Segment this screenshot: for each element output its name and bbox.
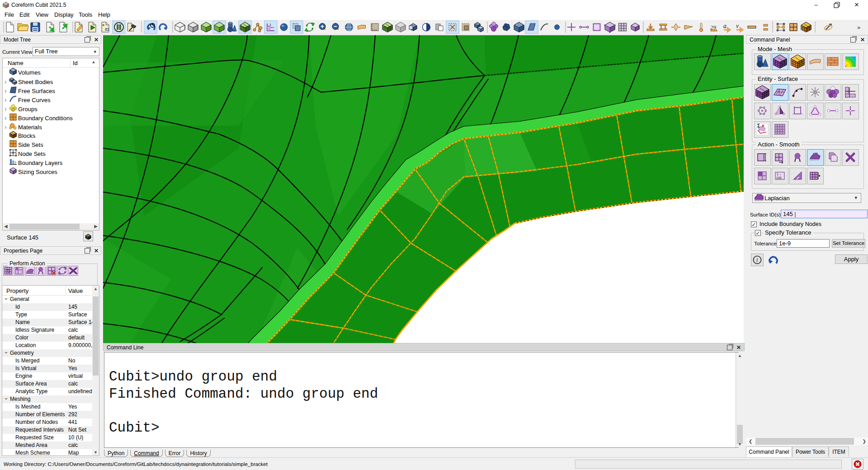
svg-text:Σ: Σ	[757, 123, 760, 128]
svg-text:v: v	[736, 23, 739, 29]
svg-text:a: a	[723, 23, 726, 29]
svg-text:i: i	[756, 257, 758, 263]
svg-text:1→: 1→	[777, 173, 782, 176]
svg-text:100: 100	[776, 176, 782, 179]
svg-text:ID: ID	[105, 27, 109, 32]
svg-text:»: »	[857, 24, 860, 31]
